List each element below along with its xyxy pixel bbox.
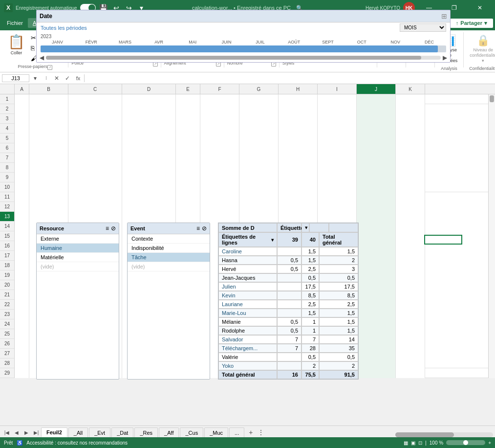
resource-item-externe[interactable]: Externe	[37, 234, 119, 244]
cell-h1[interactable]	[279, 94, 318, 104]
pivot-cell-7-3[interactable]: 1,5	[319, 309, 358, 317]
col-header-c[interactable]: C	[68, 84, 122, 94]
pivot-cell-12-0[interactable]: Valérie	[218, 353, 277, 361]
pivot-cell-8-3[interactable]: 1,5	[319, 317, 358, 326]
zoom-in-icon[interactable]: +	[488, 440, 491, 446]
event-slicer-multiselect-icon[interactable]: ≡	[196, 225, 200, 232]
pivot-cell-0-1[interactable]	[277, 247, 301, 256]
row-num-12[interactable]: 12	[0, 202, 14, 212]
row-num-25[interactable]: 25	[0, 329, 14, 339]
pivot-cell-1-3[interactable]: 2	[319, 256, 358, 265]
cell-i10[interactable]	[318, 182, 357, 192]
menu-fichier[interactable]: Fichier	[2, 18, 28, 28]
row-num-24[interactable]: 24	[0, 319, 14, 329]
cell-f10[interactable]	[200, 182, 239, 192]
row-num-6[interactable]: 6	[0, 143, 14, 153]
pivot-cell-6-2[interactable]: 2,5	[301, 300, 319, 309]
pivot-cell-10-0[interactable]: Salvador	[218, 335, 277, 344]
row-num-2[interactable]: 2	[0, 104, 14, 114]
pivot-cell-10-2[interactable]: 7	[301, 335, 319, 344]
pivot-cell-3-1[interactable]	[277, 273, 301, 282]
pivot-cell-3-2[interactable]: 0,5	[301, 273, 319, 282]
pivot-cell-14-3[interactable]: 91,5	[319, 370, 358, 379]
tab-evt[interactable]: _Evt	[89, 427, 110, 437]
add-sheet-button[interactable]: +	[245, 427, 256, 437]
pivot-cell-8-1[interactable]: 0,5	[277, 317, 301, 326]
pivot-cell-12-1[interactable]	[277, 353, 301, 361]
cell-a10[interactable]	[15, 182, 29, 192]
formula-input[interactable]	[86, 75, 493, 81]
h-scrollbar[interactable]	[395, 432, 493, 437]
pivot-cell-6-3[interactable]: 2,5	[319, 300, 358, 309]
row-labels-filter-btn[interactable]: ▾	[271, 237, 274, 243]
row-num-26[interactable]: 26	[0, 339, 14, 349]
pivot-cell-0-3[interactable]: 1,5	[319, 247, 358, 256]
cell-g10[interactable]	[239, 182, 279, 192]
timeline-bar-fill[interactable]	[41, 45, 438, 52]
timeline-scrollbar[interactable]	[46, 56, 441, 60]
pivot-cell-9-2[interactable]: 1	[301, 326, 319, 335]
pivot-cell-13-1[interactable]	[277, 361, 301, 370]
confidentialite-button[interactable]: 🔒 Niveau deconfidentialité ▾	[467, 33, 495, 65]
col-header-f[interactable]: F	[200, 84, 239, 94]
coller-button[interactable]: 📋 Coller	[5, 33, 28, 63]
col-header-a[interactable]: A	[15, 84, 29, 94]
row-num-29[interactable]: 29	[0, 368, 14, 378]
col-header-h[interactable]: H	[279, 84, 318, 94]
cell-j28[interactable]	[357, 358, 396, 368]
tab-more[interactable]: ...	[229, 427, 244, 437]
formula-options-button[interactable]: ⁝	[41, 73, 51, 83]
share-button[interactable]: ↑ Partager ▾	[450, 19, 493, 28]
timeline-filter-icon[interactable]: ⊞	[441, 12, 447, 20]
pivot-cell-9-1[interactable]: 0,5	[277, 326, 301, 335]
cell-e10[interactable]	[176, 182, 200, 192]
row-num-13[interactable]: 13	[0, 212, 14, 222]
row-num-21[interactable]: 21	[0, 290, 14, 300]
pivot-cell-2-2[interactable]: 2,5	[301, 265, 319, 273]
row-num-9[interactable]: 9	[0, 173, 14, 182]
col-header-d[interactable]: D	[122, 84, 176, 94]
close-button[interactable]: ✕	[469, 0, 491, 16]
cell-j29[interactable]	[357, 368, 396, 378]
row-num-27[interactable]: 27	[0, 349, 14, 358]
row-num-1[interactable]: 1	[0, 94, 14, 104]
expand-name-box-button[interactable]: ▾	[30, 73, 40, 83]
pivot-cell-8-0[interactable]: Mélanie	[218, 317, 277, 326]
pivot-cell-7-2[interactable]: 1,5	[301, 309, 319, 317]
pivot-cell-14-0[interactable]: Total général	[218, 370, 277, 379]
tab-nav-prev[interactable]: ◀	[12, 427, 22, 437]
col-header-i[interactable]: I	[318, 84, 357, 94]
cell-h10[interactable]	[279, 182, 318, 192]
event-item-indisponibilite[interactable]: Indisponibilité	[128, 244, 210, 253]
cell-k28[interactable]	[396, 358, 425, 368]
pivot-cell-11-0[interactable]: Téléchargem...	[218, 344, 277, 353]
row-num-15[interactable]: 15	[0, 231, 14, 241]
row-num-17[interactable]: 17	[0, 251, 14, 261]
pivot-cell-4-3[interactable]: 17,5	[319, 282, 358, 291]
cell-i1[interactable]	[318, 94, 357, 104]
cell-b1[interactable]	[29, 94, 68, 104]
col-header-k[interactable]: K	[396, 84, 425, 94]
resource-slicer-multiselect-icon[interactable]: ≡	[106, 225, 109, 232]
row-num-14[interactable]: 14	[0, 222, 14, 231]
pivot-cell-1-1[interactable]: 0,5	[277, 256, 301, 265]
pivot-cell-3-0[interactable]: Jean-Jacques	[218, 273, 277, 282]
tab-muc[interactable]: _Muc	[204, 427, 228, 437]
timeline-period-select[interactable]: MOIS JOURS TRIMESTRES ANNÉES	[400, 23, 446, 32]
tab-cus[interactable]: _Cus	[180, 427, 203, 437]
cell-j10[interactable]	[357, 182, 396, 192]
pivot-cell-9-3[interactable]: 1,5	[319, 326, 358, 335]
pivot-cell-2-1[interactable]: 0,5	[277, 265, 301, 273]
pivot-cell-7-1[interactable]	[277, 309, 301, 317]
cell-b10[interactable]	[29, 182, 68, 192]
pivot-cell-13-2[interactable]: 2	[301, 361, 319, 370]
pivot-cell-11-3[interactable]: 35	[319, 344, 358, 353]
pivot-cell-5-0[interactable]: Kevin	[218, 291, 277, 300]
timeline-all-periods-link[interactable]: Toutes les périodes	[41, 25, 87, 31]
resource-item-humaine[interactable]: Humaine	[37, 244, 119, 253]
cell-a29[interactable]	[15, 368, 29, 378]
page-break-icon[interactable]: ⊡	[418, 440, 422, 446]
row-num-8[interactable]: 8	[0, 163, 14, 173]
event-item-vide[interactable]: (vide)	[128, 262, 210, 271]
tab-aff[interactable]: _Aff	[159, 427, 179, 437]
